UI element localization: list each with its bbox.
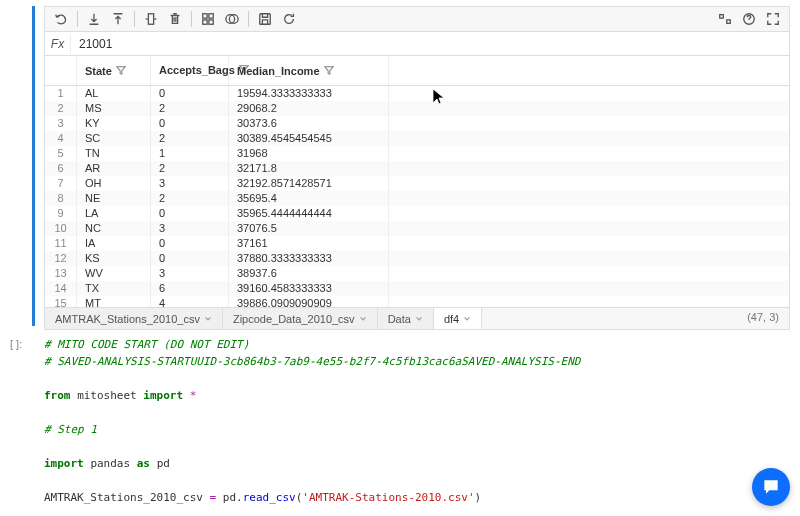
tab-label: df4 [444, 313, 459, 325]
tab-label: AMTRAK_Stations_2010_csv [55, 313, 200, 325]
cell-state[interactable]: NE [77, 191, 151, 206]
column-header-accepts-bags[interactable]: Accepts_Bags [151, 56, 229, 85]
cell-median-income[interactable]: 37161 [229, 236, 389, 251]
cell-accepts-bags[interactable]: 3 [151, 221, 229, 236]
cell-accepts-bags[interactable]: 2 [151, 161, 229, 176]
chevron-down-icon[interactable] [463, 313, 471, 325]
add-column-icon[interactable] [141, 9, 161, 29]
chevron-down-icon[interactable] [415, 313, 423, 325]
row-index: 2 [45, 101, 77, 116]
cell-median-income[interactable]: 30373.6 [229, 116, 389, 131]
cell-state[interactable]: LA [77, 206, 151, 221]
chat-help-button[interactable] [752, 468, 790, 506]
row-index: 1 [45, 86, 77, 101]
shape-indicator: (47, 3) [737, 308, 789, 329]
cell-accepts-bags[interactable]: 0 [151, 116, 229, 131]
cell-accepts-bags[interactable]: 4 [151, 296, 229, 308]
cell-state[interactable]: TN [77, 146, 151, 161]
undo-icon[interactable] [51, 9, 71, 29]
cell-state[interactable]: MS [77, 101, 151, 116]
cell-median-income[interactable]: 39160.4583333333 [229, 281, 389, 296]
svg-rect-9 [727, 20, 731, 24]
cell-state[interactable]: KS [77, 251, 151, 266]
cell-accepts-bags[interactable]: 0 [151, 236, 229, 251]
merge-icon[interactable] [222, 9, 242, 29]
table-row[interactable]: 14TX639160.4583333333 [45, 281, 789, 296]
delete-icon[interactable] [165, 9, 185, 29]
tab-data[interactable]: Data [378, 308, 434, 329]
steps-icon[interactable] [715, 9, 735, 29]
cell-accepts-bags[interactable]: 0 [151, 86, 229, 101]
column-header-median-income[interactable]: Median_Income [229, 56, 389, 85]
cell-accepts-bags[interactable]: 2 [151, 191, 229, 206]
cell-accepts-bags[interactable]: 2 [151, 131, 229, 146]
cell-accepts-bags[interactable]: 2 [151, 101, 229, 116]
table-row[interactable]: 6AR232171.8 [45, 161, 789, 176]
chevron-down-icon[interactable] [204, 313, 212, 325]
replay-icon[interactable] [279, 9, 299, 29]
cell-state[interactable]: OH [77, 176, 151, 191]
cell-accepts-bags[interactable]: 0 [151, 206, 229, 221]
cell-accepts-bags[interactable]: 3 [151, 266, 229, 281]
export-icon[interactable] [108, 9, 128, 29]
table-row[interactable]: 2MS229068.2 [45, 101, 789, 116]
table-row[interactable]: 11IA037161 [45, 236, 789, 251]
pivot-icon[interactable] [198, 9, 218, 29]
table-row[interactable]: 10NC337076.5 [45, 221, 789, 236]
table-row[interactable]: 3KY030373.6 [45, 116, 789, 131]
filter-icon[interactable] [116, 65, 126, 77]
column-header-state[interactable]: State [77, 56, 151, 85]
row-index: 10 [45, 221, 77, 236]
cell-median-income[interactable]: 32171.8 [229, 161, 389, 176]
cell-median-income[interactable]: 19594.3333333333 [229, 86, 389, 101]
cell-state[interactable]: AL [77, 86, 151, 101]
tab-amtrak[interactable]: AMTRAK_Stations_2010_csv [45, 308, 223, 329]
cell-median-income[interactable]: 35965.4444444444 [229, 206, 389, 221]
tab-df4[interactable]: df4 [434, 308, 482, 329]
table-row[interactable]: 9LA035965.4444444444 [45, 206, 789, 221]
table-row[interactable]: 8NE235695.4 [45, 191, 789, 206]
cell-median-income[interactable]: 32192.8571428571 [229, 176, 389, 191]
cell-state[interactable]: AR [77, 161, 151, 176]
table-row[interactable]: 5TN131968 [45, 146, 789, 161]
cell-accepts-bags[interactable]: 1 [151, 146, 229, 161]
cell-median-income[interactable]: 35695.4 [229, 191, 389, 206]
cell-state[interactable]: TX [77, 281, 151, 296]
cell-median-income[interactable]: 31968 [229, 146, 389, 161]
fx-value[interactable]: 21001 [71, 37, 789, 51]
cell-accepts-bags[interactable]: 0 [151, 251, 229, 266]
cell-state[interactable]: WV [77, 266, 151, 281]
save-icon[interactable] [255, 9, 275, 29]
svg-rect-0 [148, 14, 153, 25]
table-row[interactable]: 15MT439886.0909090909 [45, 296, 789, 308]
chevron-down-icon[interactable] [359, 313, 367, 325]
filter-icon[interactable] [324, 65, 334, 77]
cell-median-income[interactable]: 39886.0909090909 [229, 296, 389, 308]
tab-zipcode[interactable]: Zipcode_Data_2010_csv [223, 308, 378, 329]
row-index-header [45, 56, 77, 85]
fullscreen-icon[interactable] [763, 9, 783, 29]
import-icon[interactable] [84, 9, 104, 29]
table-row[interactable]: 12KS037880.3333333333 [45, 251, 789, 266]
row-index: 13 [45, 266, 77, 281]
cell-state[interactable]: MT [77, 296, 151, 308]
table-row[interactable]: 7OH332192.8571428571 [45, 176, 789, 191]
cell-median-income[interactable]: 29068.2 [229, 101, 389, 116]
code-cell[interactable]: # MITO CODE START (DO NOT EDIT) # SAVED-… [44, 336, 790, 516]
row-index: 8 [45, 191, 77, 206]
column-label: Median_Income [237, 65, 320, 77]
cell-state[interactable]: IA [77, 236, 151, 251]
cell-median-income[interactable]: 30389.4545454545 [229, 131, 389, 146]
cell-median-income[interactable]: 37076.5 [229, 221, 389, 236]
cell-median-income[interactable]: 38937.6 [229, 266, 389, 281]
cell-accepts-bags[interactable]: 3 [151, 176, 229, 191]
cell-state[interactable]: NC [77, 221, 151, 236]
help-icon[interactable] [739, 9, 759, 29]
cell-median-income[interactable]: 37880.3333333333 [229, 251, 389, 266]
table-row[interactable]: 4SC230389.4545454545 [45, 131, 789, 146]
table-row[interactable]: 1AL019594.3333333333 [45, 86, 789, 101]
cell-state[interactable]: SC [77, 131, 151, 146]
table-row[interactable]: 13WV338937.6 [45, 266, 789, 281]
cell-state[interactable]: KY [77, 116, 151, 131]
cell-accepts-bags[interactable]: 6 [151, 281, 229, 296]
